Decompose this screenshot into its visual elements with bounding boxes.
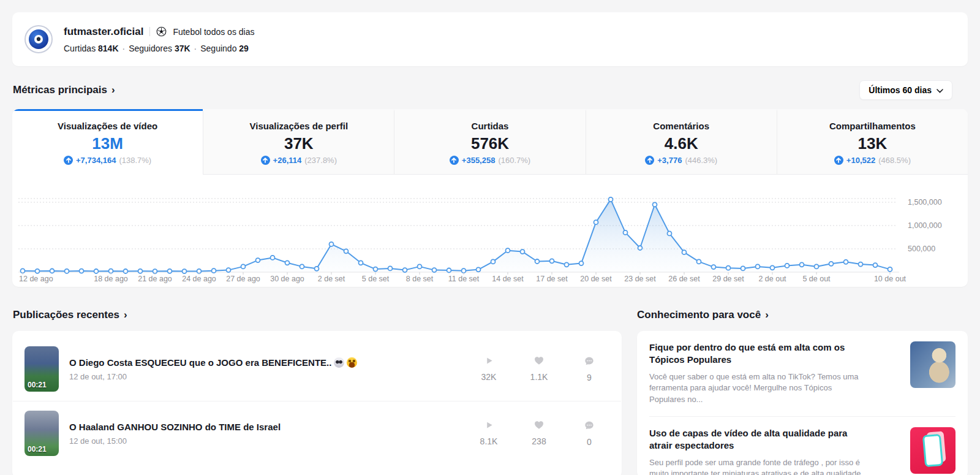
profile-stats: Curtidas 814K·Seguidores 37K·Seguindo 29 (64, 44, 254, 53)
up-arrow-icon (645, 156, 654, 165)
post-stats: 8.1K 238 0 (464, 420, 614, 447)
article-excerpt: Você quer saber o que está em alta no Ti… (649, 371, 869, 406)
tab-label: Comentários (653, 121, 709, 131)
knowledge-article[interactable]: Uso de capas de vídeo de alta qualidade … (637, 417, 968, 475)
tab-value: 37K (284, 135, 314, 151)
metrics-tabs: Visualizações de vídeo 13M +7,734,164(13… (12, 109, 968, 175)
dot-separator: · (123, 44, 126, 53)
knowledge-section-title[interactable]: Conhecimento para você› (637, 309, 769, 321)
following-label: Seguindo (200, 44, 236, 53)
svg-text:26 de set: 26 de set (668, 275, 700, 283)
delta-percent: (468.5%) (878, 156, 911, 165)
delta-value: +10,522 (846, 156, 875, 165)
metrics-title-text: Métricas principais (13, 84, 107, 96)
tab-value: 13M (92, 135, 123, 151)
laughing-emoji-icon (347, 357, 357, 368)
svg-text:14 de set: 14 de set (492, 275, 524, 283)
profile-header: futmaster.oficial Futebol todos os dias … (12, 12, 968, 66)
likes-count: 238 (532, 436, 546, 446)
svg-text:18 de ago: 18 de ago (94, 275, 128, 283)
post-title-text: O Diego Costa ESQUECEU que o JOGO era BE… (69, 357, 331, 368)
posts-section-title[interactable]: Publicações recentes› (13, 309, 127, 321)
video-thumbnail[interactable]: 00:21 (24, 346, 59, 392)
chevron-right-icon: › (111, 84, 115, 96)
svg-text:2 de set: 2 de set (318, 275, 345, 283)
heart-icon (534, 420, 544, 432)
article-image (910, 427, 956, 474)
divider (149, 27, 150, 36)
post-title: O Diego Costa ESQUECEU que o JOGO era BE… (69, 357, 357, 368)
post-title-text: O Haaland GANHOU SOZINHO do TIME de Isra… (69, 422, 281, 432)
metrics-section-title[interactable]: Métricas principais› (13, 84, 115, 96)
key-metrics-panel: Visualizações de vídeo 13M +7,734,164(13… (12, 109, 968, 287)
svg-text:500,000: 500,000 (908, 245, 935, 253)
comments-count: 0 (587, 437, 592, 447)
chevron-right-icon: › (124, 309, 127, 321)
tab-value: 13K (858, 135, 888, 151)
play-icon (484, 356, 494, 368)
post-row[interactable]: 00:21 O Haaland GANHOU SOZINHO do TIME d… (12, 401, 622, 465)
post-date: 12 de out, 15:00 (69, 436, 281, 446)
date-range-selector[interactable]: Últimos 60 dias (859, 80, 952, 100)
svg-text:5 de out: 5 de out (802, 275, 831, 283)
likes-count: 814K (98, 44, 118, 53)
svg-text:17 de set: 17 de set (536, 275, 568, 283)
post-row[interactable]: 00:21 O Diego Costa ESQUECEU que o JOGO … (12, 337, 622, 401)
article-excerpt: Seu perfil pode ser uma grande fonte de … (649, 457, 869, 475)
up-arrow-icon (834, 156, 843, 165)
svg-text:21 de ago: 21 de ago (138, 275, 172, 283)
followers-count: 37K (175, 44, 190, 53)
soccer-ball-logo-icon (34, 35, 43, 44)
post-title: O Haaland GANHOU SOZINHO do TIME de Isra… (69, 422, 281, 432)
likes-label: Curtidas (64, 44, 96, 53)
metrics-chart[interactable]: 500,0001,000,0001,500,00012 de ago18 de … (12, 178, 968, 285)
tab-value: 4.6K (665, 135, 698, 151)
tab-video-views[interactable]: Visualizações de vídeo 13M +7,734,164(13… (12, 109, 203, 175)
tab-comments[interactable]: Comentários 4.6K +3,776(446.3%) (586, 109, 777, 175)
svg-text:1,500,000: 1,500,000 (908, 198, 942, 207)
delta-value: +355,258 (462, 156, 496, 165)
delta-value: +7,734,164 (76, 156, 116, 165)
heart-icon (534, 356, 544, 368)
post-date: 12 de out, 17:00 (69, 372, 357, 381)
article-image (910, 341, 956, 388)
play-icon (484, 420, 494, 432)
followers-label: Seguidores (129, 44, 172, 53)
delta-percent: (446.3%) (685, 156, 717, 165)
profile-tagline: Futebol todos os dias (173, 27, 254, 37)
svg-text:30 de ago: 30 de ago (270, 275, 304, 283)
avatar[interactable] (24, 25, 53, 53)
svg-text:12 de ago: 12 de ago (19, 275, 53, 283)
svg-text:23 de set: 23 de set (624, 275, 656, 283)
tab-profile-views[interactable]: Visualizações de perfil 37K +26,114(237.… (203, 109, 394, 175)
svg-text:11 de set: 11 de set (448, 275, 480, 283)
delta-value: +26,114 (273, 156, 302, 165)
date-range-label: Últimos 60 dias (869, 85, 932, 95)
comment-icon (584, 356, 594, 368)
profile-username: futmaster.oficial (64, 26, 143, 38)
tab-value: 576K (471, 135, 509, 151)
svg-text:5 de set: 5 de set (362, 275, 390, 283)
tab-label: Compartilhamentos (829, 121, 916, 131)
svg-text:27 de ago: 27 de ago (226, 275, 260, 283)
svg-text:2 de out: 2 de out (758, 275, 786, 283)
chevron-right-icon: › (765, 309, 769, 321)
tab-shares[interactable]: Compartilhamentos 13K +10,522(468.5%) (777, 109, 968, 175)
tab-label: Visualizações de vídeo (58, 121, 157, 131)
up-arrow-icon (450, 156, 459, 165)
comment-icon (584, 420, 594, 433)
svg-text:1,000,000: 1,000,000 (908, 221, 942, 230)
video-duration: 00:21 (28, 381, 47, 389)
following-count: 29 (239, 44, 249, 53)
video-thumbnail[interactable]: 00:21 (24, 411, 59, 456)
tab-likes[interactable]: Curtidas 576K +355,258(160.7%) (394, 109, 585, 175)
knowledge-panel: Fique por dentro do que está em alta com… (637, 331, 968, 475)
up-arrow-icon (261, 156, 270, 165)
knowledge-article[interactable]: Fique por dentro do que está em alta com… (637, 331, 968, 416)
comments-count: 9 (587, 373, 592, 382)
views-count: 32K (481, 372, 497, 382)
likes-count: 1.1K (530, 372, 548, 382)
tab-label: Visualizações de perfil (249, 121, 348, 131)
svg-text:24 de ago: 24 de ago (182, 275, 216, 283)
up-arrow-icon (64, 156, 73, 165)
